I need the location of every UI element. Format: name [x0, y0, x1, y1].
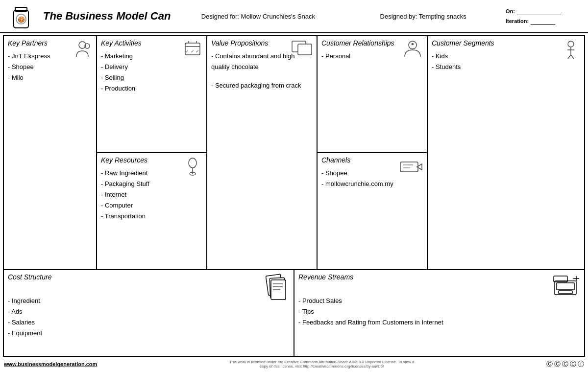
- svg-line-25: [571, 55, 574, 59]
- page-title: The Business Model Can: [43, 10, 171, 23]
- cost-structure-cell: Cost Structure - Ingredient - Ads - Sala…: [4, 270, 294, 356]
- list-item: - Milo: [8, 72, 92, 83]
- svg-rect-33: [557, 283, 574, 290]
- resources-icon: [183, 156, 202, 180]
- cr-icon: [402, 39, 423, 62]
- designed-by-value: Tempting snacks: [419, 13, 466, 20]
- revenue-streams-cell: Revenue Streams - Product Sales - Tips -…: [294, 270, 584, 356]
- partners-icon: [73, 39, 92, 63]
- cc-nc-icon: Ⓒ: [570, 360, 576, 369]
- cost-icon: [263, 273, 289, 303]
- svg-text:✓ ✓ ✓: ✓ ✓ ✓: [185, 49, 199, 54]
- revenue-streams-content: - Product Sales - Tips - Feedbacks and R…: [298, 296, 580, 328]
- iteration-row: Iteration:: [506, 17, 584, 25]
- cc-by-icon: Ⓒ: [554, 360, 561, 369]
- list-item: - Kids: [432, 51, 580, 62]
- cost-structure-content: - Ingredient - Ads - Salaries - Equipmen…: [8, 296, 290, 339]
- footer-license-icons: Ⓒ Ⓒ Ⓒ Ⓒ ⓘ: [546, 360, 584, 369]
- canvas-top: Key Partners - JnT Ekspress - Shopee - M…: [4, 36, 584, 270]
- cc-sa-icon: Ⓒ: [562, 360, 568, 369]
- list-item: - Ads: [8, 306, 290, 317]
- revenue-icon: [552, 272, 579, 299]
- designed-by: Designed by: Tempting snacks: [341, 13, 506, 20]
- list-item: - Selling: [101, 72, 202, 83]
- customer-relationships-cell: Customer Relationships - Personal: [318, 36, 427, 153]
- canvas-area: Key Partners - JnT Ekspress - Shopee - M…: [3, 35, 585, 357]
- svg-rect-15: [298, 44, 312, 55]
- header-meta: On: Iteration:: [506, 7, 584, 25]
- segments-icon: [562, 39, 580, 63]
- channels-cell: Channels - Shopee - mollowcrunchie.com.m…: [318, 153, 427, 269]
- iteration-input[interactable]: [531, 17, 555, 25]
- revenue-streams-title: Revenue Streams: [298, 273, 580, 281]
- list-item: - Product Sales: [298, 296, 580, 306]
- list-item: - mollowcrunchie.com.my: [321, 179, 423, 189]
- canvas-bottom: Cost Structure - Ingredient - Ads - Sala…: [4, 270, 584, 356]
- customer-segments-cell: Customer Segments - Kids - Students: [428, 36, 584, 269]
- key-activities-cell: Key Activities ✓ ✓ ✓ - Marketing - Deliv…: [97, 36, 206, 153]
- designed-for-label: Designed for:: [201, 13, 239, 20]
- value-propositions-cell: Value Propositions - Contains abundant a…: [207, 36, 318, 269]
- svg-point-21: [568, 41, 574, 47]
- svg-line-24: [568, 55, 571, 59]
- list-item: - Students: [432, 62, 580, 72]
- list-item: - Salaries: [8, 317, 290, 328]
- channels-icon: [399, 156, 423, 178]
- cr-channels-col: Customer Relationships - Personal Channe…: [318, 36, 428, 269]
- activities-resources-col: Key Activities ✓ ✓ ✓ - Marketing - Deliv…: [97, 36, 207, 269]
- key-partners-cell: Key Partners - JnT Ekspress - Shopee - M…: [4, 36, 97, 269]
- list-item: - Equipment: [8, 328, 290, 339]
- cc-info-icon: ⓘ: [578, 360, 584, 369]
- list-item: - Ingredient: [8, 296, 290, 306]
- designed-for: Designed for: Mollow Crunchies's Snack: [175, 13, 341, 20]
- svg-rect-37: [559, 291, 572, 294]
- list-item: - Delivery: [101, 62, 202, 72]
- on-label: On:: [506, 8, 515, 14]
- on-row: On:: [506, 7, 584, 15]
- footer: www.businessmodelgeneration.com This wor…: [0, 359, 588, 369]
- on-input[interactable]: [517, 7, 561, 15]
- list-item: - Computer: [101, 200, 202, 211]
- header: 🍪 The Business Model Can Designed for: M…: [0, 0, 588, 33]
- designed-for-value: Mollow Crunchies's Snack: [241, 13, 315, 20]
- list-item: - Transportation: [101, 211, 202, 222]
- svg-text:🍪: 🍪: [18, 16, 25, 23]
- svg-point-11: [189, 158, 196, 168]
- cc-icon: Ⓒ: [546, 360, 553, 369]
- iteration-label: Iteration:: [506, 18, 529, 24]
- cost-structure-title: Cost Structure: [8, 273, 290, 281]
- designed-by-label: Designed by:: [380, 13, 417, 20]
- logo-icon: 🍪: [6, 1, 36, 31]
- value-icon: [291, 39, 313, 61]
- list-item: - Production: [101, 83, 202, 94]
- svg-rect-17: [400, 162, 418, 172]
- footer-copyright: This work is licensed under the Creative…: [229, 360, 415, 369]
- list-item: - Feedbacks and Rating from Customers in…: [298, 317, 580, 328]
- list-item: - Tips: [298, 306, 580, 317]
- customer-segments-title: Customer Segments: [432, 39, 580, 47]
- logo: 🍪: [4, 1, 38, 31]
- list-item: - Internet: [101, 189, 202, 200]
- activities-icon: ✓ ✓ ✓: [183, 39, 202, 63]
- list-item: - Secured packaging from crack: [211, 80, 313, 91]
- list-item: - Packaging Stuff: [101, 179, 202, 189]
- customer-segments-content: - Kids - Students: [432, 51, 580, 72]
- key-resources-cell: Key Resources - Raw Ingredient - Packagi…: [97, 153, 206, 269]
- list-item: - Shopee: [8, 62, 92, 72]
- footer-link[interactable]: www.businessmodelgeneration.com: [4, 361, 97, 367]
